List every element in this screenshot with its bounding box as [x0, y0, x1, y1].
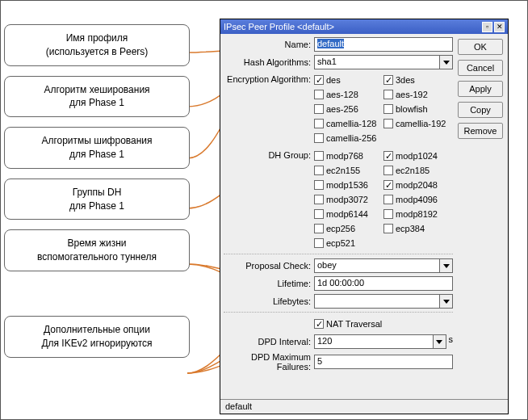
name-input[interactable]: default [314, 37, 453, 52]
dh-label-modp768: modp768 [326, 151, 363, 161]
dh-label-modp1024: modp1024 [396, 151, 438, 161]
dh-checkbox-ecp256[interactable] [314, 224, 324, 233]
dh-label-ecp384: ecp384 [396, 224, 425, 233]
dh-option-modp4096: modp4096 [383, 192, 453, 207]
enc-label-camellia-128: camellia-128 [326, 119, 376, 128]
callout-lifetime: Время жизни вспомогательного туннеля [4, 229, 190, 271]
dh-label-modp4096: modp4096 [396, 195, 438, 204]
dpdmax-input[interactable]: 5 [314, 355, 453, 369]
dh-label: DH Group: [224, 149, 314, 160]
apply-button[interactable]: Apply [458, 81, 503, 97]
dh-label-ec2n185: ec2n185 [396, 166, 430, 175]
callout-dh: Группы DH для Phase 1 [4, 178, 190, 220]
copy-button[interactable]: Copy [458, 102, 503, 118]
dh-label-modp2048: modp2048 [396, 180, 438, 190]
hash-dropdown-icon[interactable] [440, 55, 453, 69]
dh-option-modp2048: modp2048 [383, 178, 453, 192]
enc-checkbox-blowfish[interactable] [383, 104, 393, 114]
enc-option-3des: 3des [383, 73, 453, 87]
minimize-icon[interactable]: ▫ [482, 22, 492, 32]
dh-option-ec2n185: ec2n185 [383, 163, 453, 178]
proposal-combo[interactable]: obey [314, 258, 440, 273]
dh-option-modp768: modp768 [314, 149, 383, 163]
cancel-button[interactable]: Cancel [458, 60, 503, 76]
enc-label-3des: 3des [396, 75, 415, 85]
lifebytes-dropdown-icon[interactable] [440, 294, 453, 309]
enc-option-aes-192: aes-192 [383, 87, 453, 102]
dh-label-modp6144: modp6144 [326, 209, 368, 219]
nat-checkbox[interactable] [314, 319, 324, 329]
dh-label-ec2n155: ec2n155 [326, 166, 360, 175]
proposal-label: Proposal Check: [224, 261, 314, 271]
enc-option-aes-128: aes-128 [314, 87, 383, 102]
enc-label-blowfish: blowfish [396, 104, 428, 114]
enc-option-camellia-128: camellia-128 [314, 116, 383, 131]
enc-option-camellia-256: camellia-256 [314, 131, 383, 145]
enc-option-aes-256: aes-256 [314, 102, 383, 116]
form: Name: default Hash Algorithms: sha1 Encr… [224, 37, 453, 375]
dh-checkbox-ec2n155[interactable] [314, 166, 324, 175]
callout-hash: Алгоритм хеширования для Phase 1 [4, 76, 190, 118]
enc-checkbox-camellia-192[interactable] [383, 119, 393, 128]
dh-option-ecp256: ecp256 [314, 221, 383, 236]
enc-option-blowfish: blowfish [383, 102, 453, 116]
dh-checkbox-grid: modp768modp1024ec2n155ec2n185modp1536mod… [314, 149, 453, 250]
close-icon[interactable]: ✕ [494, 22, 505, 32]
enc-checkbox-des[interactable] [314, 75, 324, 85]
dh-checkbox-modp768[interactable] [314, 151, 324, 161]
enc-checkbox-aes-192[interactable] [383, 90, 393, 99]
callout-extra: Дополнительные опции Для IKEv2 игнорирую… [4, 316, 190, 358]
lifetime-input[interactable]: 1d 00:00:00 [314, 276, 453, 291]
enc-label-camellia-256: camellia-256 [326, 133, 376, 143]
dpdint-spinner-icon[interactable] [434, 334, 446, 349]
separator [224, 254, 453, 254]
dh-checkbox-modp1536[interactable] [314, 180, 324, 190]
window-title: IPsec Peer Profile <default> [224, 22, 480, 32]
dh-checkbox-ec2n185[interactable] [383, 166, 393, 175]
hash-combo[interactable]: sha1 [314, 55, 440, 69]
dh-label-ecp256: ecp256 [326, 224, 355, 233]
enc-label-aes-192: aes-192 [396, 90, 428, 99]
dh-option-modp3072: modp3072 [314, 192, 383, 207]
enc-checkbox-camellia-256[interactable] [314, 133, 324, 143]
dpdint-unit: s [449, 334, 454, 349]
enc-checkbox-aes-128[interactable] [314, 90, 324, 99]
callout-enc: Алгоритмы шифрования для Phase 1 [4, 127, 190, 169]
titlebar[interactable]: IPsec Peer Profile <default> ▫ ✕ [220, 19, 508, 34]
dh-label-ecp521: ecp521 [326, 238, 355, 248]
dh-checkbox-ecp521[interactable] [314, 238, 324, 248]
dh-checkbox-modp3072[interactable] [314, 195, 324, 204]
callout-name: Имя профиля (используется в Peers) [4, 24, 190, 66]
nat-label: NAT Traversal [326, 319, 382, 329]
name-label: Name: [224, 40, 314, 49]
lifetime-label: Lifetime: [224, 279, 314, 288]
proposal-dropdown-icon[interactable] [440, 258, 453, 273]
lifebytes-label: Lifebytes: [224, 296, 314, 306]
dh-option-modp6144: modp6144 [314, 207, 383, 221]
dh-option-modp8192: modp8192 [383, 207, 453, 221]
dh-checkbox-ecp384[interactable] [383, 224, 393, 233]
statusbar: default [220, 399, 508, 414]
dh-checkbox-modp1024[interactable] [383, 151, 393, 161]
dh-checkbox-modp6144[interactable] [314, 209, 324, 219]
button-column: OK Cancel Apply Copy Remove [458, 39, 503, 144]
lifebytes-input[interactable] [314, 294, 440, 309]
enc-label-aes-128: aes-128 [326, 90, 358, 99]
dpdmax-label: DPD Maximum Failures: [224, 352, 314, 372]
enc-label-des: des [326, 75, 341, 85]
dh-checkbox-modp4096[interactable] [383, 195, 393, 204]
dh-label-modp8192: modp8192 [396, 209, 438, 219]
enc-checkbox-3des[interactable] [383, 75, 393, 85]
dpdint-label: DPD Interval: [224, 337, 314, 346]
remove-button[interactable]: Remove [458, 123, 503, 139]
enc-checkbox-aes-256[interactable] [314, 104, 324, 114]
enc-checkbox-camellia-128[interactable] [314, 119, 324, 128]
dh-checkbox-modp2048[interactable] [383, 180, 393, 190]
dpdint-input[interactable]: 120 [314, 334, 434, 349]
dh-label-modp3072: modp3072 [326, 195, 368, 204]
enc-label: Encryption Algorithm: [224, 73, 314, 84]
dh-checkbox-modp8192[interactable] [383, 209, 393, 219]
dh-option-modp1024: modp1024 [383, 149, 453, 163]
enc-label-aes-256: aes-256 [326, 104, 358, 114]
ok-button[interactable]: OK [458, 39, 503, 55]
